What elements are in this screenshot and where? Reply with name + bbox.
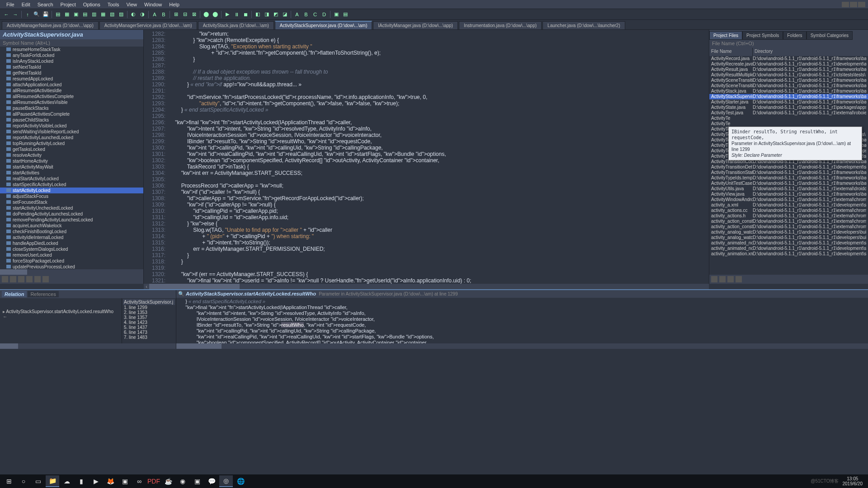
- app-icon[interactable]: ☁: [60, 475, 74, 487]
- symbol-item[interactable]: activityIdleInternalLocked: [0, 235, 143, 240]
- symbol-item[interactable]: pauseChildStacks: [0, 117, 143, 123]
- tool-icon[interactable]: ▧: [108, 10, 116, 19]
- file-row[interactable]: ActivityTe: [709, 116, 868, 121]
- file-row[interactable]: ActivityRecord.javaD:\dow\android-5.1.1_…: [709, 56, 868, 61]
- menu-search[interactable]: Search: [34, 2, 57, 7]
- symbol-item[interactable]: acquireLaunchWakelock: [0, 223, 143, 229]
- symbol-item[interactable]: removePendingActivityLaunchesLocked: [0, 217, 143, 223]
- symbol-item[interactable]: checkFinishBootingLocked: [0, 229, 143, 235]
- editor-tab[interactable]: ActivityManagerNative.java (D:\dow\...\a…: [2, 21, 99, 29]
- symbol-item[interactable]: allResumedActivitiesVisible: [0, 99, 143, 105]
- toolbar-icon[interactable]: [18, 276, 24, 282]
- refresh-icon[interactable]: [711, 276, 717, 282]
- symbol-item[interactable]: realStartActivityLocked: [0, 176, 143, 182]
- search-icon[interactable]: 🔍: [33, 10, 41, 19]
- symbol-item[interactable]: forceStopPackageLocked: [0, 258, 143, 264]
- tab-relation[interactable]: Relation: [2, 291, 27, 297]
- relation-tree[interactable]: ▸ ActivityStackSupervisor.startActivityL…: [0, 298, 122, 343]
- code-editor[interactable]: 1282:1283:1284:1285:1286:1287:1288:1289:…: [144, 30, 709, 284]
- cortana-icon[interactable]: ○: [17, 475, 30, 487]
- file-row[interactable]: ActivityTest.javaD:\dow\android-5.1.1_r1…: [709, 110, 868, 116]
- taskview-icon[interactable]: ▭: [31, 475, 45, 487]
- powershell-icon[interactable]: ▶: [89, 475, 103, 487]
- file-row[interactable]: activity_animated_noD:\dow\android-5.1.1…: [709, 240, 868, 246]
- file-row[interactable]: ActivitySceneTransitioD:\dow\android-5.1…: [709, 78, 868, 83]
- save-icon[interactable]: 💾: [42, 10, 50, 19]
- file-row[interactable]: ActivityStackSupervisD:\dow\android-5.1.…: [709, 94, 868, 99]
- menu-view[interactable]: View: [123, 2, 141, 7]
- editor-hscrollbar[interactable]: ‹: [144, 284, 709, 289]
- file-row[interactable]: ActivityTe: [709, 121, 868, 127]
- tool-icon[interactable]: A: [151, 10, 159, 19]
- symbol-item[interactable]: startSpecificActivityLocked: [0, 182, 143, 188]
- symbol-item[interactable]: topRunningActivityLocked: [0, 141, 143, 146]
- col-directory[interactable]: Directory: [753, 48, 868, 56]
- java-icon[interactable]: ☕: [161, 475, 175, 487]
- symbol-item[interactable]: reportActivityVisibleLocked: [0, 123, 143, 129]
- file-row[interactable]: activity_actions.hD:\dow\android-5.1.1_r…: [709, 213, 868, 219]
- toolbar-icon[interactable]: [2, 276, 8, 282]
- line-ref[interactable]: 6. line 1473: [123, 330, 175, 335]
- tool-icon[interactable]: ▨: [117, 10, 125, 19]
- tool-icon[interactable]: ⬤: [202, 10, 210, 19]
- app-icon[interactable]: 🌐: [234, 475, 247, 487]
- context-code[interactable]: } « end startSpecificActivityLocked » "k…: [176, 298, 868, 343]
- line-ref[interactable]: 5. line 1437: [123, 325, 175, 330]
- symbol-item[interactable]: allPausedActivitiesComplete: [0, 111, 143, 117]
- toolbar-icon[interactable]: [34, 276, 41, 282]
- symbol-item[interactable]: adjustStackFocus: [0, 193, 143, 199]
- back-button[interactable]: ←: [2, 10, 10, 19]
- file-row[interactable]: activity_actions.ccD:\dow\android-5.1.1_…: [709, 208, 868, 213]
- symbol-item[interactable]: startHomeActivity: [0, 158, 143, 164]
- symbol-item[interactable]: reportActivityLaunchedLocked: [0, 135, 143, 141]
- line-ref[interactable]: 1. line 1299: [123, 305, 175, 310]
- firefox-icon[interactable]: 🦊: [104, 475, 117, 487]
- menu-edit[interactable]: Edit: [18, 2, 34, 7]
- sourceinsight-icon[interactable]: ◎: [219, 475, 233, 487]
- file-row[interactable]: ActivityStarter.javaD:\dow\android-5.1.1…: [709, 99, 868, 105]
- tool-icon[interactable]: A: [293, 10, 301, 19]
- toolbar-icon[interactable]: [727, 276, 734, 282]
- symbol-item[interactable]: handleAppDiedLocked: [0, 240, 143, 246]
- toolbar-icon[interactable]: [10, 276, 16, 282]
- symbol-item[interactable]: allResumedActivitiesIdle: [0, 88, 143, 94]
- editor-tab[interactable]: ActivityStack.java (D:\dow\...\am): [198, 21, 274, 29]
- gear-icon[interactable]: [736, 276, 742, 282]
- menu-project[interactable]: Project: [57, 2, 80, 7]
- tool-icon[interactable]: ▤: [341, 10, 349, 19]
- terminal-icon[interactable]: ▮: [75, 475, 88, 487]
- symbol-item[interactable]: startActivityLocked: [0, 188, 143, 193]
- tool-icon[interactable]: ◑: [138, 10, 146, 19]
- symbol-item[interactable]: sendWaitingVisibleReportLocked: [0, 129, 143, 135]
- file-row[interactable]: ActivityResult.javaD:\dow\android-5.1.1_…: [709, 67, 868, 72]
- file-filter-input[interactable]: File Name (Ctrl+O): [709, 40, 868, 48]
- tool-icon[interactable]: ⏸: [232, 10, 241, 19]
- tab-project-files[interactable]: Project Files: [709, 31, 742, 40]
- symbol-item[interactable]: startActivities: [0, 170, 143, 176]
- editor-tab[interactable]: ActivityStackSupervisor.java (D:\dow\...…: [275, 21, 372, 29]
- app-icon[interactable]: ▣: [118, 475, 132, 487]
- code-content[interactable]: "kw">return; } "kw">catch (RemoteExcepti…: [169, 30, 709, 284]
- symbol-item[interactable]: allResumedActivitiesComplete: [0, 94, 143, 99]
- hscrollbar[interactable]: [0, 269, 143, 275]
- tab-references[interactable]: References: [28, 291, 58, 297]
- symbol-item[interactable]: pauseBackStacks: [0, 105, 143, 111]
- file-row[interactable]: ActivityUtils.javaD:\dow\android-5.1.1_r…: [709, 186, 868, 192]
- tool-icon[interactable]: ▦: [99, 10, 107, 19]
- symbol-item[interactable]: getNextTaskId: [0, 70, 143, 76]
- symbol-item[interactable]: isInAnyStackLocked: [0, 58, 143, 64]
- tool-icon[interactable]: ⬤: [211, 10, 219, 19]
- tool-icon[interactable]: B: [302, 10, 310, 19]
- symbol-item[interactable]: doPendingActivityLaunchesLocked: [0, 211, 143, 217]
- tool-icon[interactable]: ◐: [129, 10, 137, 19]
- app-icon[interactable]: ▣: [190, 475, 204, 487]
- file-row[interactable]: ActivityRecreate.javaD:\dow\android-5.1.…: [709, 61, 868, 67]
- tool-icon[interactable]: ▤: [54, 10, 62, 19]
- file-row[interactable]: ActivityResultMultipleD:\dow\android-5.1…: [709, 72, 868, 78]
- col-filename[interactable]: File Name: [709, 48, 753, 56]
- tab-symbol-categories[interactable]: Symbol Categories: [807, 31, 853, 40]
- menu-file[interactable]: File: [3, 2, 18, 7]
- system-clock[interactable]: 13:05 2019/6/20: [839, 476, 867, 486]
- line-ref[interactable]: 4. line 1423: [123, 320, 175, 325]
- tool-icon[interactable]: ⊠: [190, 10, 198, 19]
